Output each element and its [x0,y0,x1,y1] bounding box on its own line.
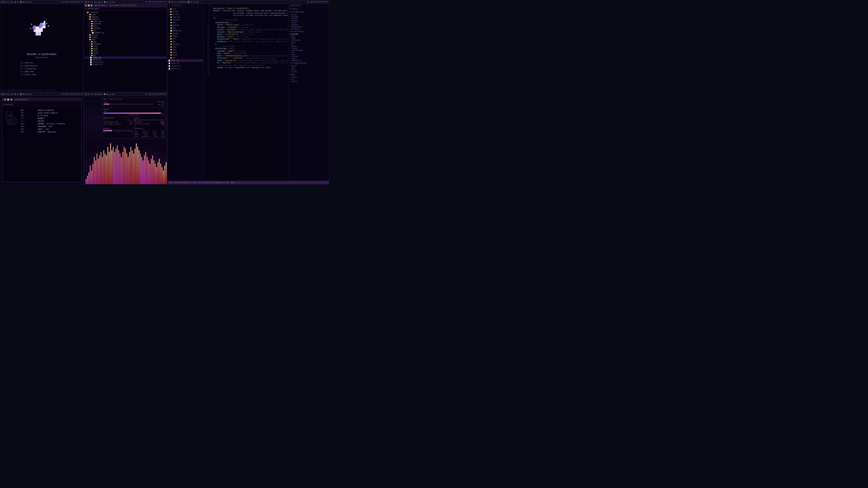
outline-name[interactable]: ○ name [288,35,329,37]
outline-locale[interactable]: ○ locale [288,22,329,24]
sidebar-themes-folder[interactable]: ▶📁 themes [167,35,204,37]
outline-wmtype[interactable]: ○ wmType [288,45,329,47]
sidebar-install-org[interactable]: 📄 install.org [167,65,204,67]
outline-editor[interactable]: ○ editor [288,58,329,60]
sidebar-patches[interactable]: ▶📁 patches [167,10,204,13]
menu-item-history[interactable]: [S h] [History] [19,67,64,70]
sidebar-app[interactable]: 📁 app [167,40,204,43]
menu-item-quickmarks[interactable]: [b] [Quickmarks] [19,64,64,67]
sidebar-pkgs[interactable]: 📁 pkgs [167,48,204,51]
menu-item-search[interactable]: [o] [Search] [19,61,64,64]
dot-maximize[interactable] [91,4,92,6]
dot-close[interactable] [85,4,87,6]
outline-pkgs-patches[interactable]: ○ patches [288,80,329,83]
nf-dot-close[interactable] [4,99,6,101]
sidebar-shell[interactable]: 📁 shell [167,51,204,54]
sidebar-harden[interactable]: 📄 harden.sh [167,62,204,65]
outline-hostname[interactable]: ○ hostname [288,16,329,18]
sidebar-work[interactable]: 📁 work [167,21,204,24]
neofetch-info: WE| emmet @ snowfire OS: nixos 24.05 (ua… [21,109,80,133]
outline-defaultroamdir[interactable]: ○ defaultRoamDir [288,50,329,52]
tree-readme-profiles[interactable]: 📄README.org [85,32,166,34]
tree-wsl[interactable]: ▶📁wsl [85,29,166,32]
outline-theme[interactable]: ○ theme [288,41,329,43]
outline-bootmode[interactable]: ○ bootMode [288,24,329,26]
sidebar-style[interactable]: 📁 style [167,54,204,57]
sidebar-readme-prof[interactable]: 📄 README.org [167,29,204,32]
outline-username[interactable]: ● username [288,33,329,35]
tree-git[interactable]: ▶📁.git [85,13,166,16]
outline-bootmountpath[interactable]: ○ bootMountPath [288,26,329,28]
outline-fontpkg[interactable]: ○ fontPkg [288,56,329,58]
tree-dotfiles[interactable]: ▼📁.dotfiles [85,11,166,13]
tree-system[interactable]: ▶📁system [85,34,166,36]
outline-outputs[interactable]: ▶ outputs [288,7,329,11]
tree-lang[interactable]: ▶📁lang [85,45,166,47]
outline-nixpkgs-name[interactable]: ○ name [288,67,329,69]
tree-wm[interactable]: ▶📁wm [85,54,166,57]
nf-dot-max[interactable] [10,99,12,101]
tree-install-org[interactable]: 📄install.org [85,61,166,63]
outline-spawneditor[interactable]: ○ spawnEditor [288,60,329,62]
tree-worklab[interactable]: ▶📁worklab [85,27,166,29]
sidebar-git[interactable]: ▶📁 .git [167,8,204,10]
outline-profile[interactable]: ○ profile [288,18,329,20]
sidebar-hardware[interactable]: 📁 hardware [167,43,204,46]
sidebar-flake-nix[interactable]: 📄 flake.nix [167,59,204,62]
tree-homelab[interactable]: ▶📁home.lab [85,20,166,23]
outline-font[interactable]: ○ font [288,54,329,56]
sidebar-worklab[interactable]: 📁 worklab [167,24,204,27]
sidebar-wm[interactable]: 📁 wm [167,57,204,59]
topbar-nf-icon: ⬛ [1,93,3,95]
code-line-10: systemSettings = { [211,22,287,24]
outline-system[interactable]: ○ system [288,14,329,16]
menu-item-newtab[interactable]: [t] [New tab] [19,70,64,73]
tree-pkgs[interactable]: ▶📁pkgs [85,47,166,50]
outline-user-settings[interactable]: ▼ ● userSettings [288,30,329,33]
dot-minimize[interactable] [88,4,90,6]
outline-nixpkgs[interactable]: ▼ ● nixpkgs-patched [288,62,329,65]
sidebar-profiles[interactable]: ▼📁 profiles [167,13,204,16]
outline-dotfilesdir[interactable]: ○ dotfilesDir [288,39,329,41]
tree-shell[interactable]: ▶📁shell [85,50,166,52]
outline-description[interactable]: ▶ description [288,4,329,7]
outline-wm[interactable]: ○ wm [288,43,329,45]
sidebar-user-folder[interactable]: ▼📁 user [167,37,204,40]
sidebar-wsl[interactable]: 📁 wsl [167,27,204,29]
tree-harden[interactable]: 📄harden.sh [85,59,166,61]
neofetch-panel: ⬛ ⬛ Tech 100% 🔊 20% 🔋100% 28 108% Sat 20… [0,92,84,184]
bar-47 [149,164,150,184]
menu-item-closetab[interactable]: [x] [Close tab] [19,73,64,76]
tree-style[interactable]: ▶📁style [85,52,166,54]
tree-work[interactable]: ▶📁work [85,25,166,27]
tree-hardware[interactable]: ▶📁hardware [85,43,166,45]
tree-install-sh[interactable]: 📄install.sh [85,63,166,66]
outline-grubdevice[interactable]: ○ grubDevice [288,28,329,30]
sidebar-lang[interactable]: 📁 lang [167,46,204,48]
outline-pkgs[interactable]: ▶ pkgs [288,73,329,76]
sidebar-homelab[interactable]: 📁 home.lab [167,16,204,19]
tree-user[interactable]: ▼📁user [85,38,166,41]
tree-personal[interactable]: ▶📁personal [85,23,166,25]
outline-nixpkgs-patches[interactable]: ○ patches [288,71,329,73]
tree-profiles[interactable]: ▼📁profiles [85,18,166,20]
sidebar-personal[interactable]: 📁 personal [167,19,204,21]
outline-email[interactable]: ○ email [288,37,329,39]
tree-patches[interactable]: ▶📁patches [85,16,166,18]
outline-browser[interactable]: ○ browser [288,47,329,50]
tree-themes[interactable]: ▶📁themes [85,36,166,38]
tree-flake-nix[interactable]: 📄flake.nix 2.7K [85,57,166,59]
outline-pkgs-src[interactable]: ○ src [288,78,329,80]
outline-term[interactable]: ○ term [288,52,329,54]
outline-nixpkgs-system[interactable]: ○ system [288,65,329,67]
outline-system-settings[interactable]: ▼ systemSettings [288,11,329,14]
sidebar-system[interactable]: ▶📁 system [167,32,204,35]
nf-dot-min[interactable] [7,99,9,101]
file-tree[interactable]: ▼📁.dotfiles ▶📁.git ▶📁patches ▼📁profiles … [84,10,167,92]
outline-timezone[interactable]: ○ timezone [288,20,329,22]
tree-app[interactable]: ▶📁app [85,41,166,43]
code-editor-content[interactable]: { description = "Flake of LibrePhoenix";… [210,4,288,181]
outline-nixpkgs-editor[interactable]: ○ editor [288,69,329,71]
sidebar-install-sh[interactable]: 📄 install.sh [167,67,204,70]
outline-pkgs-system[interactable]: ○ system [288,76,329,78]
